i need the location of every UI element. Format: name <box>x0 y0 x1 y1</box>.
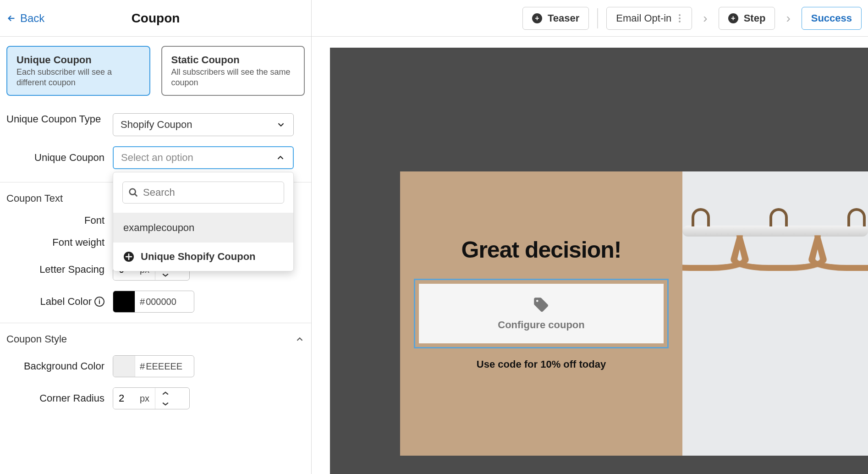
card-desc: Each subscriber will see a different cou… <box>16 67 140 88</box>
configure-coupon-label: Configure coupon <box>498 319 584 331</box>
unique-coupon-dropdown: examplecoupon Unique Shopify Coupon <box>113 172 294 271</box>
step-teaser[interactable]: + Teaser <box>522 7 589 30</box>
step-add[interactable]: + Step <box>719 7 775 30</box>
card-title: Unique Coupon <box>16 54 140 66</box>
sidebar: Back Coupon Unique Coupon Each subscribe… <box>0 0 312 474</box>
coupon-block-selected[interactable]: Configure coupon <box>414 279 669 348</box>
option-label: Unique Shopify Coupon <box>141 251 256 263</box>
field-label: Font weight <box>6 237 113 248</box>
corner-radius-row: Corner Radius px <box>6 387 305 409</box>
unique-coupon-select[interactable]: Select an option examplecoupon <box>113 146 294 169</box>
sidebar-header: Back Coupon <box>0 0 311 37</box>
stepper-down[interactable] <box>155 398 176 409</box>
stepper-bar: + Teaser Email Opt-in › + Step › Success <box>312 0 868 37</box>
stepper <box>155 388 176 409</box>
field-label: Unique Coupon <box>6 152 113 164</box>
bg-color-input[interactable]: #EEEEEE <box>113 355 194 377</box>
dropdown-option-examplecoupon[interactable]: examplecoupon <box>113 213 293 242</box>
step-success[interactable]: Success <box>802 7 862 30</box>
step-label: Success <box>811 12 852 24</box>
page-title: Coupon <box>132 11 180 26</box>
step-label: Teaser <box>548 12 579 24</box>
dropdown-search-input[interactable] <box>143 187 278 198</box>
preview-popup: Great decision! Configure coupon Use cod… <box>400 171 682 456</box>
field-label: Font <box>6 215 113 226</box>
card-desc: All subscribers will see the same coupon <box>171 67 295 88</box>
corner-radius-value[interactable] <box>113 388 137 409</box>
color-swatch[interactable] <box>113 356 135 377</box>
unique-coupon-row: Unique Coupon Select an option exampleco… <box>6 146 305 169</box>
back-label: Back <box>20 12 44 25</box>
dropdown-add-unique-shopify-coupon[interactable]: Unique Shopify Coupon <box>113 242 293 271</box>
field-label: Letter Spacing <box>6 264 113 276</box>
bg-color-row: Background Color #EEEEEE <box>6 355 305 377</box>
divider <box>597 8 598 28</box>
sidebar-body: Unique Coupon Each subscriber will see a… <box>0 37 311 429</box>
chevron-right-icon: › <box>783 11 793 26</box>
color-swatch[interactable] <box>113 291 135 312</box>
select-placeholder: Select an option <box>121 152 193 164</box>
card-title: Static Coupon <box>171 54 295 66</box>
field-label: Corner Radius <box>6 392 113 404</box>
field-label: Background Color <box>6 360 113 372</box>
section-title: Coupon Text <box>6 193 63 204</box>
plus-circle-icon: + <box>532 13 542 23</box>
preview-canvas: Great decision! Configure coupon Use cod… <box>330 48 868 474</box>
unit-label: px <box>137 388 155 409</box>
coupon-type-selector: Unique Coupon Each subscriber will see a… <box>6 46 305 96</box>
select-value: Shopify Coupon <box>121 119 192 131</box>
corner-radius-input[interactable]: px <box>113 387 190 409</box>
search-icon <box>128 187 138 198</box>
tag-icon <box>533 296 550 314</box>
hex-value: #000000 <box>135 291 181 312</box>
label-color-input[interactable]: #000000 <box>113 291 194 313</box>
popup-headline: Great decision! <box>461 237 621 263</box>
chevron-up-icon <box>275 153 286 163</box>
stepper-up[interactable] <box>155 388 176 398</box>
chevron-right-icon: › <box>700 11 710 26</box>
preview-image <box>682 171 868 456</box>
label-color-row: Label Color i #000000 <box>6 291 305 313</box>
hex-value: #EEEEEE <box>135 356 187 377</box>
step-email-optin[interactable]: Email Opt-in <box>606 7 692 30</box>
more-icon[interactable] <box>677 14 682 22</box>
plus-circle-icon: + <box>728 13 738 23</box>
step-label: Step <box>744 12 766 24</box>
hanger-icon <box>811 219 868 320</box>
back-button[interactable]: Back <box>6 12 44 25</box>
chevron-down-icon <box>276 120 286 130</box>
label-text: Label Color <box>40 296 92 308</box>
unique-coupon-type-row: Unique Coupon Type Shopify Coupon <box>6 113 305 136</box>
coupon-block-inner: Configure coupon <box>419 284 664 343</box>
info-icon[interactable]: i <box>94 297 104 307</box>
plus-circle-icon <box>123 251 134 262</box>
dropdown-search[interactable] <box>122 182 284 204</box>
step-label: Email Opt-in <box>616 12 671 24</box>
field-label: Label Color i <box>6 296 113 308</box>
main: + Teaser Email Opt-in › + Step › Success <box>312 0 868 474</box>
unique-coupon-type-select[interactable]: Shopify Coupon <box>113 113 294 136</box>
option-label: examplecoupon <box>123 222 194 234</box>
arrow-left-icon <box>6 13 16 23</box>
svg-point-0 <box>130 189 136 195</box>
popup-subtext: Use code for 10% off today <box>477 358 606 370</box>
unique-coupon-card[interactable]: Unique Coupon Each subscriber will see a… <box>6 46 150 96</box>
dropdown-search-wrap <box>113 172 293 213</box>
section-title: Coupon Style <box>6 333 67 345</box>
chevron-up-icon <box>295 334 305 344</box>
field-label: Unique Coupon Type <box>6 113 113 125</box>
coupon-style-section-header[interactable]: Coupon Style <box>6 323 305 355</box>
static-coupon-card[interactable]: Static Coupon All subscribers will see t… <box>161 46 305 96</box>
